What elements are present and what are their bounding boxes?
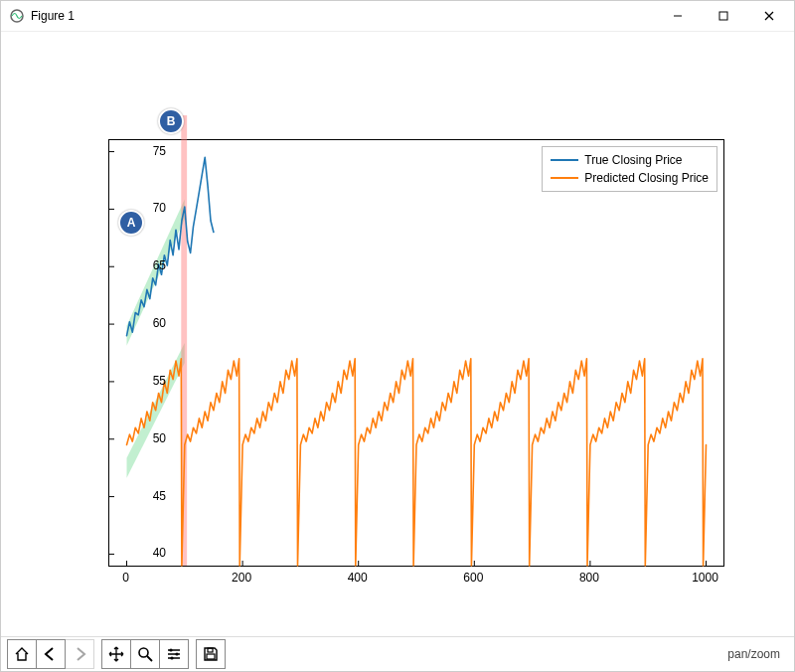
- minimize-button[interactable]: [655, 1, 701, 31]
- legend-swatch-pred: [551, 177, 578, 179]
- svg-point-25: [175, 652, 178, 655]
- ytick-label: 40: [126, 546, 166, 560]
- ytick-label: 65: [126, 258, 166, 272]
- ytick-label: 60: [126, 316, 166, 330]
- ytick-label: 45: [126, 489, 166, 503]
- figure-window: Figure 1 True Closing Price: [0, 0, 795, 672]
- status-text: pan/zoom: [727, 647, 788, 661]
- save-button[interactable]: [196, 639, 226, 669]
- legend-item-pred: Predicted Closing Price: [551, 169, 709, 187]
- figure-canvas[interactable]: True Closing Price Predicted Closing Pri…: [1, 32, 794, 636]
- svg-line-23: [147, 656, 152, 661]
- plot-svg: [109, 140, 723, 566]
- home-button[interactable]: [7, 639, 37, 669]
- annotation-b: B: [158, 108, 184, 134]
- xtick-label: 1000: [692, 571, 718, 585]
- legend-label-true: True Closing Price: [584, 153, 682, 167]
- maximize-button[interactable]: [701, 1, 746, 31]
- ytick-label: 75: [126, 144, 166, 158]
- close-button[interactable]: [746, 1, 792, 31]
- pan-button[interactable]: [101, 639, 131, 669]
- xtick-label: 0: [122, 571, 129, 585]
- titlebar[interactable]: Figure 1: [1, 1, 794, 32]
- legend-label-pred: Predicted Closing Price: [584, 171, 709, 185]
- legend: True Closing Price Predicted Closing Pri…: [542, 146, 717, 192]
- legend-swatch-true: [551, 159, 578, 161]
- svg-rect-28: [207, 654, 215, 659]
- svg-rect-27: [208, 648, 213, 652]
- ytick-label: 55: [126, 374, 166, 388]
- svg-rect-2: [719, 12, 727, 20]
- xtick-label: 600: [463, 571, 483, 585]
- back-button[interactable]: [36, 639, 66, 669]
- window-title: Figure 1: [31, 9, 655, 23]
- legend-item-true: True Closing Price: [551, 151, 709, 169]
- annotation-a: A: [118, 210, 144, 236]
- nav-toolbar: pan/zoom: [1, 636, 794, 671]
- xtick-label: 200: [232, 571, 251, 585]
- zoom-button[interactable]: [130, 639, 160, 669]
- configure-button[interactable]: [159, 639, 189, 669]
- svg-point-24: [169, 648, 172, 651]
- xtick-label: 800: [579, 571, 599, 585]
- axes[interactable]: True Closing Price Predicted Closing Pri…: [108, 139, 724, 567]
- ytick-label: 50: [126, 431, 166, 445]
- svg-point-22: [139, 648, 148, 657]
- app-icon: [9, 8, 25, 24]
- svg-point-26: [170, 656, 173, 659]
- xtick-label: 400: [348, 571, 368, 585]
- forward-button[interactable]: [65, 639, 94, 669]
